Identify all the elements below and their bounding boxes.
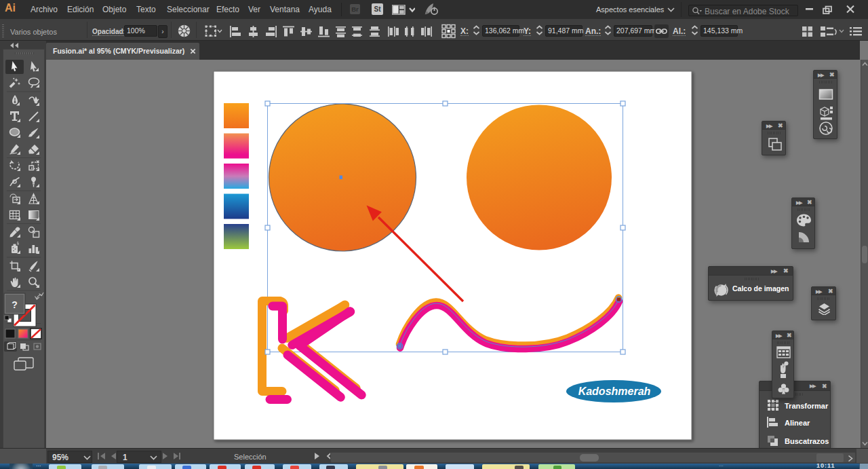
svg-text:Kadoshmerah: Kadoshmerah bbox=[578, 386, 651, 397]
svg-text:?: ? bbox=[12, 299, 18, 310]
